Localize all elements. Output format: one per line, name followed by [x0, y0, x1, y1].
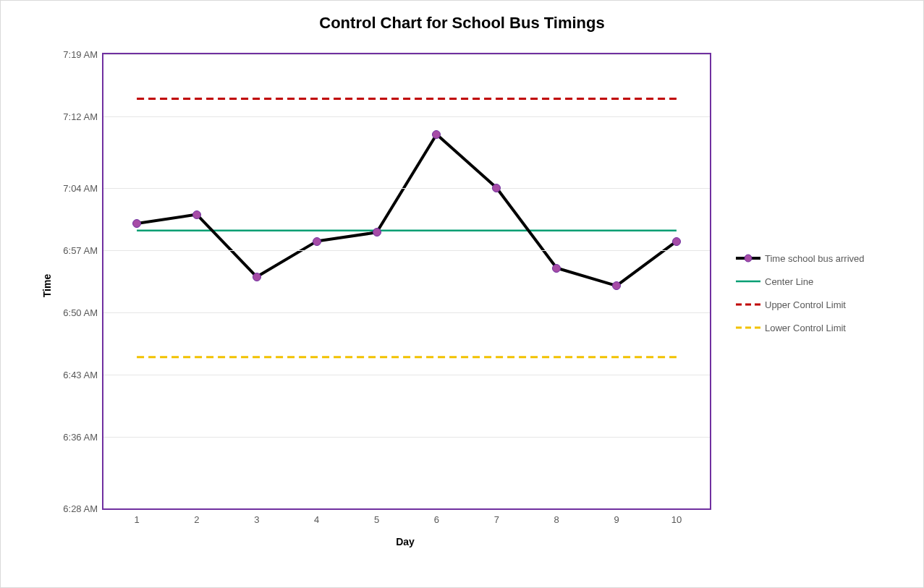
plot-area: 6:28 AM6:36 AM6:43 AM6:50 AM6:57 AM7:04 …	[102, 53, 711, 510]
y-tick-label: 7:04 AM	[63, 182, 103, 193]
legend-label: Center Line	[765, 276, 813, 287]
chart-container: Control Chart for School Bus Timings Tim…	[0, 0, 924, 588]
y-tick-label: 6:28 AM	[63, 503, 103, 514]
data-point-marker	[552, 264, 561, 273]
data-point-marker	[373, 228, 381, 237]
data-point-marker	[432, 130, 441, 139]
data-point-marker	[612, 281, 621, 290]
legend-swatch	[736, 299, 760, 310]
x-axis-title: Day	[396, 536, 415, 547]
x-tick-label: 8	[554, 508, 559, 525]
y-tick-label: 6:50 AM	[63, 307, 103, 318]
y-axis-title: Time	[41, 274, 53, 297]
legend-item: Upper Control Limit	[736, 293, 865, 316]
x-tick-label: 1	[134, 508, 139, 525]
data-point-marker	[313, 237, 321, 246]
y-tick-label: 6:57 AM	[63, 244, 103, 255]
x-tick-label: 2	[194, 508, 199, 525]
x-tick-label: 9	[614, 508, 619, 525]
legend: Time school bus arrivedCenter LineUpper …	[736, 247, 865, 339]
chart-title: Control Chart for School Bus Timings	[1, 14, 923, 33]
y-tick-label: 7:12 AM	[63, 111, 103, 122]
data-point-marker	[192, 210, 201, 219]
legend-swatch	[736, 276, 760, 286]
legend-item: Center Line	[736, 270, 865, 293]
x-tick-label: 10	[671, 508, 682, 525]
legend-swatch	[736, 323, 760, 333]
x-tick-label: 4	[314, 508, 319, 525]
svg-point-1	[745, 255, 752, 262]
legend-item: Time school bus arrived	[736, 247, 865, 270]
x-tick-label: 6	[434, 508, 439, 525]
y-tick-label: 7:19 AM	[63, 49, 103, 60]
data-point-marker	[492, 184, 501, 192]
gridline	[103, 188, 710, 189]
data-point-marker	[253, 273, 261, 281]
data-point-marker	[672, 237, 681, 246]
gridline	[103, 312, 710, 313]
gridline	[103, 375, 710, 375]
legend-swatch	[736, 253, 760, 263]
legend-label: Time school bus arrived	[765, 253, 865, 264]
gridline	[103, 250, 710, 251]
legend-item: Lower Control Limit	[736, 316, 865, 339]
y-tick-label: 6:36 AM	[63, 432, 103, 443]
x-tick-label: 3	[254, 508, 259, 525]
x-tick-label: 5	[374, 508, 379, 525]
gridline	[103, 437, 710, 438]
x-tick-label: 7	[494, 508, 499, 525]
gridline	[103, 116, 710, 117]
legend-label: Upper Control Limit	[765, 299, 846, 310]
chart-svg	[103, 54, 710, 508]
y-tick-label: 6:43 AM	[63, 370, 103, 380]
legend-label: Lower Control Limit	[765, 323, 846, 333]
gridline	[103, 54, 710, 55]
data-point-marker	[132, 219, 141, 228]
data-series-line	[137, 135, 677, 286]
